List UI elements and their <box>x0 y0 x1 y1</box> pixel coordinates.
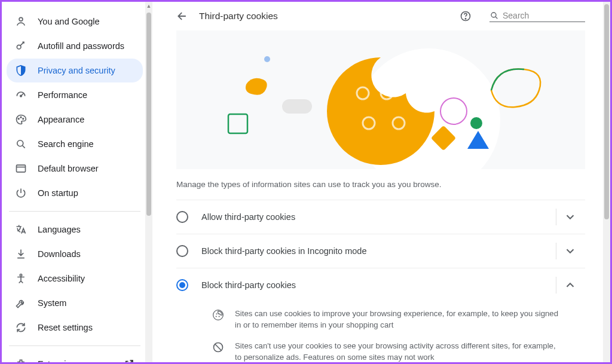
sidebar-item-you-and-google[interactable]: You and Google <box>7 10 143 33</box>
search-icon <box>489 11 499 20</box>
sidebar: You and Google Autofill and passwords Pr… <box>2 2 145 362</box>
download-icon <box>15 248 27 260</box>
option-block-all[interactable]: Block third-party cookies <box>176 268 585 302</box>
search-icon <box>15 138 27 150</box>
svg-point-24 <box>216 316 217 317</box>
detail-item: Sites can use cookies to improve your br… <box>212 308 561 331</box>
block-icon <box>212 341 224 353</box>
palette-icon <box>15 114 27 126</box>
browser-icon <box>15 163 27 175</box>
refresh-icon <box>15 322 27 334</box>
key-icon <box>15 40 27 52</box>
svg-point-25 <box>219 316 220 317</box>
power-icon <box>15 187 27 199</box>
sidebar-item-downloads[interactable]: Downloads <box>7 242 143 266</box>
sidebar-item-label: You and Google <box>38 17 99 26</box>
sidebar-item-label: Default browser <box>38 164 99 173</box>
option-block-incognito[interactable]: Block third-party cookies in Incognito m… <box>176 234 585 268</box>
sidebar-item-accessibility[interactable]: Accessibility <box>7 267 143 290</box>
sidebar-item-extensions[interactable]: Extensions <box>7 352 143 362</box>
page-title: Third-party cookies <box>199 11 278 22</box>
sidebar-item-label: Extensions <box>38 359 80 362</box>
wrench-icon <box>15 297 27 309</box>
search-input[interactable] <box>503 11 585 20</box>
sidebar-item-label: System <box>38 298 66 308</box>
extension-icon <box>15 358 27 362</box>
svg-point-11 <box>491 13 496 17</box>
intro-text: Manage the types of information sites ca… <box>176 180 585 189</box>
option-label: Block third-party cookies in Incognito m… <box>201 246 551 256</box>
sidebar-divider <box>9 211 140 212</box>
detail-item: Sites can't use your cookies to see your… <box>212 340 561 362</box>
option-label: Allow third-party cookies <box>201 212 551 222</box>
translate-icon <box>15 224 27 235</box>
person-icon <box>15 16 27 27</box>
sidebar-item-label: On startup <box>38 188 78 198</box>
open-link-icon <box>124 359 134 362</box>
sidebar-item-search-engine[interactable]: Search engine <box>7 132 143 156</box>
svg-point-6 <box>17 140 23 146</box>
radio-allow[interactable] <box>176 211 188 223</box>
svg-point-0 <box>19 17 23 21</box>
main-scrollbar[interactable] <box>603 2 610 362</box>
svg-point-1 <box>17 45 21 49</box>
sidebar-item-system[interactable]: System <box>7 291 143 315</box>
detail-text: Sites can use cookies to improve your br… <box>235 308 561 331</box>
sidebar-item-reset[interactable]: Reset settings <box>7 316 143 339</box>
expand-button[interactable] <box>564 244 577 258</box>
sidebar-item-autofill[interactable]: Autofill and passwords <box>7 34 143 58</box>
expand-button[interactable] <box>564 210 577 224</box>
svg-point-21 <box>470 117 482 129</box>
accessibility-icon <box>15 273 27 285</box>
sidebar-item-label: Performance <box>38 90 87 100</box>
detail-text: Sites can't use your cookies to see your… <box>235 340 561 362</box>
radio-incognito[interactable] <box>176 245 188 257</box>
option-label: Block third-party cookies <box>201 280 551 290</box>
main-content: Third-party cookies <box>152 2 603 362</box>
svg-rect-14 <box>282 99 312 114</box>
help-button[interactable] <box>460 10 472 22</box>
sidebar-item-label: Privacy and security <box>38 66 115 75</box>
svg-point-26 <box>218 313 219 314</box>
sidebar-item-appearance[interactable]: Appearance <box>7 108 143 131</box>
sidebar-item-label: Appearance <box>38 115 84 124</box>
hero-illustration <box>176 30 585 169</box>
sidebar-scrollbar[interactable]: ▲ <box>145 2 152 362</box>
svg-point-23 <box>216 313 218 314</box>
sidebar-divider <box>9 345 140 346</box>
sidebar-item-label: Languages <box>38 225 81 234</box>
sidebar-item-label: Autofill and passwords <box>38 41 124 51</box>
speed-icon <box>15 89 27 101</box>
svg-point-4 <box>20 117 22 118</box>
svg-rect-15 <box>228 114 247 133</box>
sidebar-item-privacy[interactable]: Privacy and security <box>7 59 143 82</box>
search-wrap[interactable] <box>489 11 585 22</box>
detail-list: Sites can use cookies to improve your br… <box>176 302 585 362</box>
back-button[interactable] <box>176 10 188 22</box>
svg-point-8 <box>20 274 22 276</box>
svg-point-2 <box>20 95 22 97</box>
svg-point-10 <box>465 19 466 19</box>
svg-rect-7 <box>17 165 26 172</box>
sidebar-item-label: Reset settings <box>38 323 93 332</box>
svg-point-3 <box>18 118 19 120</box>
option-allow[interactable]: Allow third-party cookies <box>176 200 585 234</box>
cookie-icon <box>212 309 224 321</box>
sidebar-item-languages[interactable]: Languages <box>7 218 143 241</box>
sidebar-item-default-browser[interactable]: Default browser <box>7 157 143 181</box>
radio-block-all[interactable] <box>176 279 188 291</box>
sidebar-item-label: Downloads <box>38 249 81 259</box>
svg-point-13 <box>264 56 270 62</box>
sidebar-item-on-startup[interactable]: On startup <box>7 181 143 205</box>
sidebar-item-label: Accessibility <box>38 274 85 283</box>
collapse-button[interactable] <box>564 279 577 292</box>
sidebar-item-label: Search engine <box>38 139 94 149</box>
sidebar-item-performance[interactable]: Performance <box>7 83 143 107</box>
svg-point-5 <box>23 118 24 120</box>
header: Third-party cookies <box>176 2 585 30</box>
shield-icon <box>15 65 27 77</box>
